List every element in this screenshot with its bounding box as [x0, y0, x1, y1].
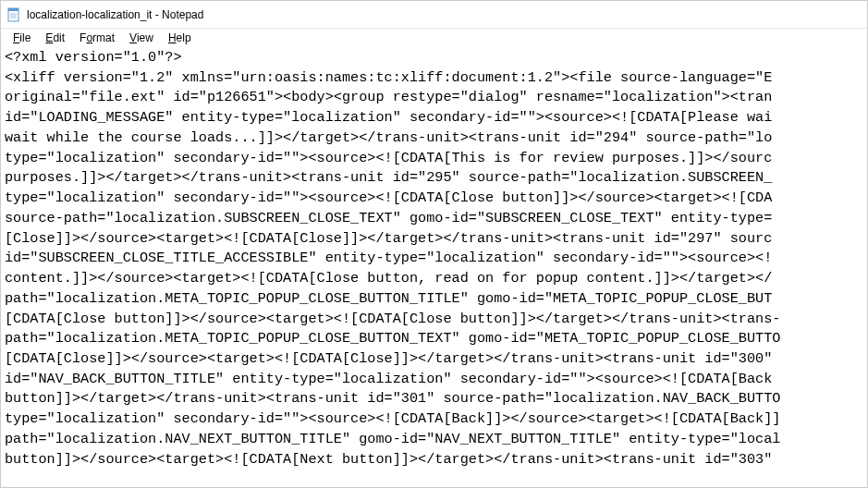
menu-bar: File Edit Format View Help	[1, 29, 867, 47]
window-title: localization-localization_it - Notepad	[27, 8, 203, 21]
menu-edit[interactable]: Edit	[39, 30, 71, 45]
notepad-icon	[6, 7, 21, 22]
svg-rect-1	[8, 8, 18, 11]
menu-file[interactable]: File	[6, 30, 37, 45]
title-bar[interactable]: localization-localization_it - Notepad	[1, 1, 867, 29]
menu-format[interactable]: Format	[73, 30, 121, 45]
text-content[interactable]: <?xml version="1.0"?> <xliff version="1.…	[1, 47, 867, 470]
menu-view[interactable]: View	[123, 30, 160, 45]
menu-help[interactable]: Help	[162, 30, 198, 45]
